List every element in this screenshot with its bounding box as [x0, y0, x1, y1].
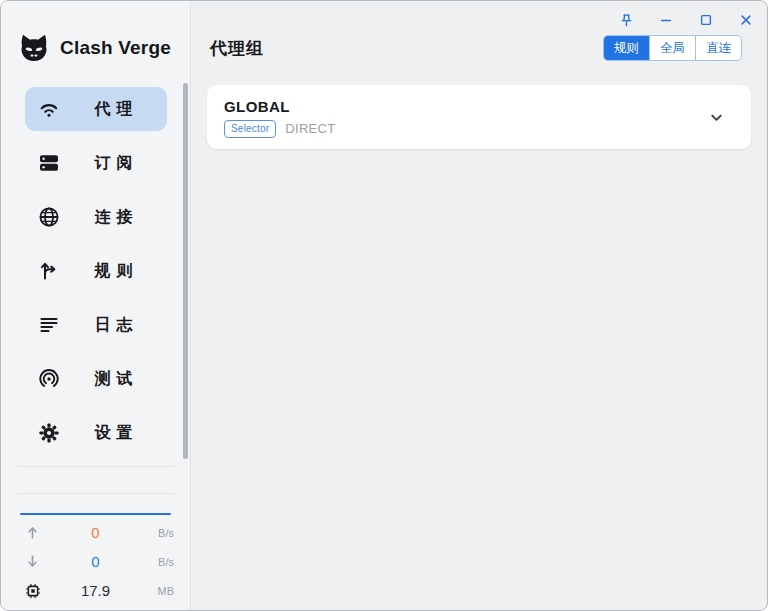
- traffic-download-row: 0 B/s: [1, 547, 190, 576]
- proxy-group-info: GLOBAL Selector DIRECT: [224, 98, 336, 138]
- proxy-group-card[interactable]: GLOBAL Selector DIRECT: [207, 85, 751, 149]
- sidebar-item-label: 订阅: [61, 153, 167, 174]
- proxy-type-badge: Selector: [224, 120, 276, 138]
- sidebar-item-label: 代理: [61, 99, 167, 120]
- sidebar-item-connections[interactable]: 连接: [25, 195, 167, 239]
- page-header: 代理组 规则 全局 直连: [192, 31, 767, 65]
- sidebar-item-proxies[interactable]: 代理: [25, 87, 167, 131]
- sidebar-menu: 代理 订阅: [1, 81, 190, 455]
- sidebar-item-label: 测试: [61, 369, 167, 390]
- sidebar-item-label: 日志: [61, 315, 167, 336]
- proxy-current-node: DIRECT: [285, 121, 335, 136]
- memory-usage-unit: MB: [142, 585, 174, 597]
- memory-usage-row: 17.9 MB: [1, 576, 190, 605]
- close-icon[interactable]: [731, 9, 761, 31]
- sidebar-item-logs[interactable]: 日志: [25, 303, 167, 347]
- fork-right-icon: [37, 259, 61, 283]
- window-titlebar: [192, 1, 767, 31]
- page-title: 代理组: [210, 37, 264, 60]
- wifi-icon: [37, 97, 61, 121]
- proxy-group-name: GLOBAL: [224, 98, 336, 115]
- main-area: 代理组 规则 全局 直连 GLOBAL Selector DIRECT: [192, 1, 767, 610]
- sidebar-item-label: 连接: [61, 207, 167, 228]
- main-content: GLOBAL Selector DIRECT: [192, 65, 767, 149]
- minimize-icon[interactable]: [651, 9, 681, 31]
- sidebar: Clash Verge 代理: [1, 1, 191, 610]
- mode-button-direct[interactable]: 直连: [695, 36, 741, 60]
- arrow-down-icon: [25, 554, 49, 569]
- globe-icon: [37, 205, 61, 229]
- maximize-icon[interactable]: [691, 9, 721, 31]
- memory-usage-value: 17.9: [49, 582, 142, 599]
- mode-button-rule[interactable]: 规则: [604, 36, 649, 60]
- sidebar-footer: 0 B/s 0 B/s: [1, 466, 190, 610]
- gear-icon: [37, 421, 61, 445]
- radar-icon: [37, 367, 61, 391]
- sidebar-item-label: 规则: [61, 261, 167, 282]
- sidebar-item-settings[interactable]: 设置: [25, 411, 167, 455]
- pin-icon[interactable]: [611, 9, 641, 31]
- download-speed-value: 0: [49, 553, 142, 570]
- sidebar-item-test[interactable]: 测试: [25, 357, 167, 401]
- sidebar-item-rules[interactable]: 规则: [25, 249, 167, 293]
- app-title: Clash Verge: [60, 37, 171, 59]
- upload-speed-value: 0: [49, 524, 142, 541]
- proxy-mode-group: 规则 全局 直连: [603, 35, 742, 61]
- app-logo: Clash Verge: [1, 1, 190, 81]
- profiles-icon: [37, 151, 61, 175]
- cat-icon: [17, 31, 51, 65]
- download-speed-unit: B/s: [142, 556, 174, 568]
- app-window: Clash Verge 代理: [0, 0, 768, 611]
- sidebar-item-profiles[interactable]: 订阅: [25, 141, 167, 185]
- log-lines-icon: [37, 313, 61, 337]
- upload-speed-unit: B/s: [142, 527, 174, 539]
- sidebar-scrollbar[interactable]: [183, 83, 188, 459]
- sidebar-item-label: 设置: [61, 423, 167, 444]
- memory-chip-icon: [25, 583, 49, 599]
- traffic-upload-row: 0 B/s: [1, 518, 190, 547]
- traffic-graph-baseline: [20, 513, 171, 515]
- chevron-down-icon[interactable]: [708, 109, 739, 126]
- arrow-up-icon: [25, 525, 49, 540]
- footer-divider: [17, 493, 174, 494]
- mode-button-global[interactable]: 全局: [649, 36, 695, 60]
- footer-divider: [17, 466, 174, 467]
- proxy-group-subline: Selector DIRECT: [224, 120, 336, 138]
